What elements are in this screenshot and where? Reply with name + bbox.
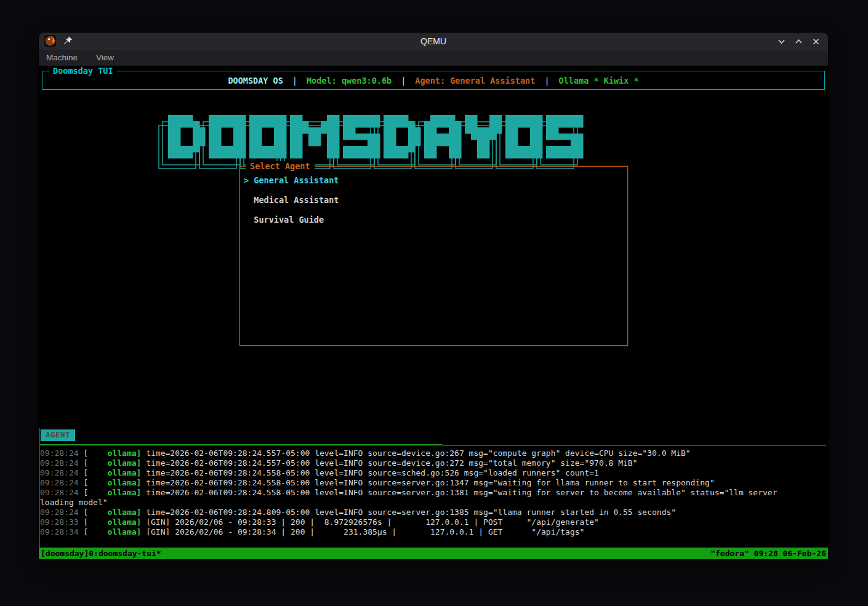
log-line: 09:28:34 [ ollama] [GIN] 2026/02/06 - 09… xyxy=(40,527,827,537)
tmux-clock: "fedora" 09:28 06-Feb-26 xyxy=(710,549,826,558)
agent-option[interactable]: Survival Guide xyxy=(240,213,627,233)
window-title: QEMU xyxy=(39,33,828,50)
log-line: 09:28:24 [ ollama] time=2026-02-06T09:28… xyxy=(40,478,827,488)
status-separator: | xyxy=(401,76,406,86)
log-output: 09:28:24 [ ollama] time=2026-02-06T09:28… xyxy=(40,449,827,542)
agent-option[interactable]: Medical Assistant xyxy=(240,193,627,213)
terminal-screen[interactable]: Doomsday TUI DOOMSDAY OS | Model: qwen3:… xyxy=(39,66,828,560)
doomsday-ascii-logo xyxy=(156,114,599,173)
tui-header-frame: Doomsday TUI DOOMSDAY OS | Model: qwen3:… xyxy=(42,71,825,90)
pane-divider-active xyxy=(40,444,442,445)
tmux-status-bar: [doomsday]0:doomsday-tui* "fedora" 09:28… xyxy=(39,548,828,559)
desktop: QEMU Machine View Doomsday TUI xyxy=(0,0,868,606)
log-line: loading model" xyxy=(40,498,827,508)
status-services: Ollama * Kiwix * xyxy=(559,76,639,86)
maximize-icon[interactable] xyxy=(794,37,803,46)
tui-statusline: DOOMSDAY OS | Model: qwen3:0.6b | Agent:… xyxy=(42,71,824,89)
menubar: Machine View xyxy=(39,50,828,66)
log-line: 09:28:24 [ ollama] time=2026-02-06T09:28… xyxy=(40,468,827,478)
menu-machine[interactable]: Machine xyxy=(46,53,78,62)
screen-left-edge xyxy=(39,428,39,559)
menu-view[interactable]: View xyxy=(96,53,114,62)
status-separator: | xyxy=(544,76,549,86)
log-line: 09:28:33 [ ollama] [GIN] 2026/02/06 - 09… xyxy=(40,517,827,527)
log-line: 09:28:24 [ ollama] time=2026-02-06T09:28… xyxy=(40,508,827,517)
select-agent-dialog: Select Agent > General Assistant Medical… xyxy=(239,166,628,346)
status-model: Model: qwen3:0.6b xyxy=(307,76,392,86)
pane-divider-inactive xyxy=(442,445,826,445)
agent-option[interactable]: > General Assistant xyxy=(240,173,627,193)
tmux-session-label: [doomsday]0:doomsday-tui* xyxy=(41,549,161,558)
agent-list: > General Assistant Medical Assistant Su… xyxy=(240,167,627,233)
status-os-name: DOOMSDAY OS xyxy=(228,76,283,86)
titlebar[interactable]: QEMU xyxy=(39,33,828,50)
status-separator: | xyxy=(292,76,297,86)
log-line: 09:28:24 [ ollama] time=2026-02-06T09:28… xyxy=(40,458,827,468)
close-icon[interactable] xyxy=(811,37,821,46)
log-line: 09:28:24 [ ollama] time=2026-02-06T09:28… xyxy=(40,449,827,458)
agent-badge: AGENT xyxy=(41,429,75,441)
status-agent: Agent: General Assistant xyxy=(415,76,535,86)
select-agent-title: Select Agent xyxy=(246,161,315,171)
minimize-icon[interactable] xyxy=(777,37,786,46)
log-line: 09:28:24 [ ollama] time=2026-02-06T09:28… xyxy=(40,488,827,498)
qemu-window: QEMU Machine View Doomsday TUI xyxy=(39,33,828,560)
